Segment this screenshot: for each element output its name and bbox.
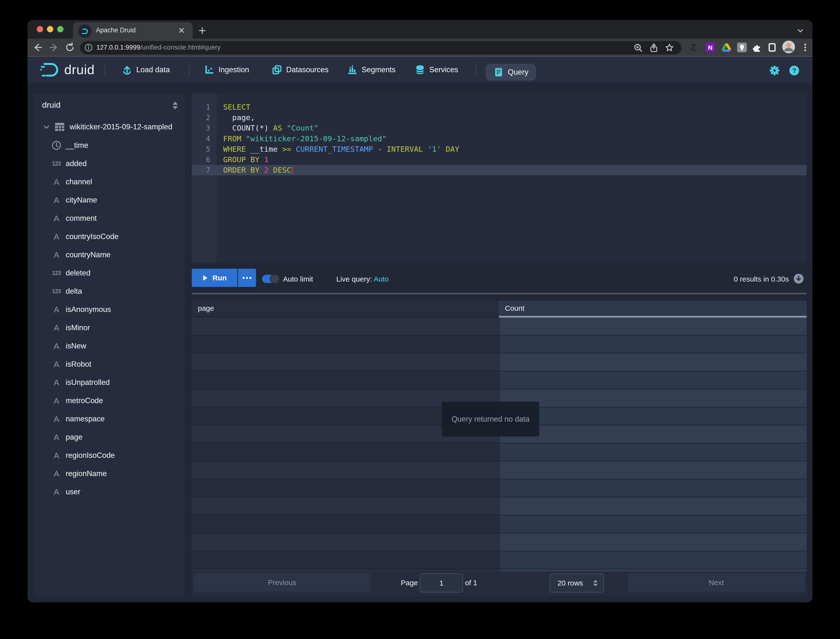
browser-window: Apache Druid 127.0.0.1:9999/unified-cons… (27, 20, 813, 602)
download-results-icon[interactable] (794, 274, 803, 283)
field-item-channel[interactable]: Achannel (50, 176, 92, 188)
toggle-knob (270, 274, 280, 284)
field-item-isMinor[interactable]: AisMinor (50, 322, 90, 334)
nav-item-segments[interactable]: Segments (347, 57, 396, 83)
minimize-window-button[interactable] (47, 26, 53, 32)
field-item-deleted[interactable]: 123deleted (50, 267, 91, 279)
string-icon: A (50, 176, 63, 188)
datasources-icon (272, 64, 282, 75)
sort-icon[interactable] (172, 101, 179, 110)
load-data-icon (122, 64, 132, 75)
browser-tab[interactable]: Apache Druid (73, 22, 193, 39)
datasource-item[interactable]: wikiticker-2015-09-12-sampled (43, 121, 172, 133)
table-row (192, 534, 807, 552)
number-icon: 123 (50, 158, 63, 170)
help-icon[interactable]: ? (789, 65, 799, 76)
previous-page-button[interactable]: Previous (193, 573, 371, 591)
tab-search-chevron-icon[interactable] (797, 27, 804, 35)
chevron-down-icon[interactable] (43, 123, 50, 130)
browser-tab-strip: Apache Druid (27, 20, 813, 39)
new-tab-button[interactable] (198, 27, 206, 35)
code-line-3: 3 COUNT(*) AS "Count" (192, 123, 807, 133)
field-item-user[interactable]: Auser (50, 486, 80, 498)
nav-item-load-data[interactable]: Load data (122, 57, 170, 83)
back-button[interactable] (32, 42, 43, 53)
segments-icon (347, 64, 358, 75)
string-icon: A (50, 377, 63, 388)
sort-indicator (499, 316, 807, 318)
page-label: Page (401, 579, 418, 587)
field-item-metroCode[interactable]: AmetroCode (50, 395, 103, 407)
string-icon: A (50, 431, 63, 443)
field-item-isNew[interactable]: AisNew (50, 340, 86, 352)
string-icon: A (50, 231, 63, 242)
results-table: page Count Query returned no data (192, 300, 807, 571)
brand-name[interactable]: druid (64, 62, 95, 77)
extension-drive-icon[interactable] (721, 42, 732, 53)
zoom-window-button[interactable] (57, 26, 64, 32)
query-editor[interactable]: 1SELECT2 page,3 COUNT(*) AS "Count"4FROM… (192, 93, 807, 262)
field-item-namespace[interactable]: Anamespace (50, 413, 105, 425)
string-icon: A (50, 249, 63, 261)
app-header: druid Load dataIngestionDatasourcesSegme… (27, 57, 813, 83)
more-options-button[interactable] (238, 269, 256, 287)
field-item-delta[interactable]: 123delta (50, 286, 82, 297)
browser-menu-icon[interactable] (800, 42, 810, 53)
tab-close-icon[interactable] (178, 27, 185, 34)
code-line-2: 2 page, (192, 112, 807, 123)
zoom-page-icon[interactable] (633, 43, 643, 53)
field-item-regionName[interactable]: AregionName (50, 468, 107, 480)
field-item-regionIsoCode[interactable]: AregionIsoCode (50, 450, 115, 461)
live-query-value[interactable]: Auto (373, 275, 389, 283)
address-bar[interactable]: 127.0.0.1:9999/unified-console.html#quer… (80, 41, 681, 54)
field-item-cityName[interactable]: AcityName (50, 194, 97, 206)
nav-item-services[interactable]: Services (414, 57, 458, 83)
column-header-page[interactable]: page (192, 300, 499, 316)
page-number-input[interactable]: 1 (420, 573, 463, 593)
string-icon: A (50, 413, 63, 425)
field-item-isAnonymous[interactable]: AisAnonymous (50, 304, 111, 315)
line-number: 7 (192, 165, 210, 175)
nav-item-datasources[interactable]: Datasources (272, 57, 328, 83)
svg-text:?: ? (792, 67, 796, 75)
empty-results-message: Query returned no data (442, 402, 539, 436)
extension-onenote-icon[interactable]: N (705, 42, 716, 53)
select-caret-icon (593, 579, 598, 587)
share-icon[interactable] (649, 43, 659, 53)
side-panel-icon[interactable] (767, 42, 778, 53)
field-item-isUnpatrolled[interactable]: AisUnpatrolled (50, 377, 110, 388)
field-item-isRobot[interactable]: AisRobot (50, 358, 91, 370)
panel-splitter[interactable] (192, 293, 807, 294)
close-window-button[interactable] (37, 26, 43, 32)
services-icon (414, 64, 426, 75)
forward-button[interactable] (48, 42, 59, 53)
field-item-added[interactable]: 123added (50, 158, 87, 170)
extensions-puzzle-icon[interactable] (752, 42, 762, 53)
run-button[interactable]: Run (192, 269, 237, 287)
field-item-countryIsoCode[interactable]: AcountryIsoCode (50, 231, 118, 242)
nav-item-ingestion[interactable]: Ingestion (204, 57, 249, 83)
field-item-comment[interactable]: Acomment (50, 213, 97, 224)
number-icon: 123 (50, 286, 63, 297)
extension-lightbulb-icon[interactable] (736, 42, 747, 53)
reload-button[interactable] (64, 42, 75, 53)
tab-title: Apache Druid (96, 27, 136, 34)
line-number: 4 (192, 134, 210, 144)
site-info-icon[interactable] (84, 43, 93, 52)
field-item-countryName[interactable]: AcountryName (50, 249, 110, 261)
nav-item-query[interactable]: Query (485, 64, 536, 81)
bookmark-star-icon[interactable] (665, 43, 674, 53)
column-header-count[interactable]: Count (499, 300, 807, 316)
query-icon (493, 67, 504, 78)
next-page-button[interactable]: Next (628, 573, 805, 591)
field-item-__time[interactable]: __time (50, 140, 88, 151)
auto-limit-toggle[interactable] (262, 275, 279, 283)
profile-avatar[interactable] (782, 41, 795, 53)
field-item-page[interactable]: Apage (50, 431, 83, 443)
druid-logo-icon[interactable] (40, 60, 62, 79)
extension-z-icon[interactable]: Z (688, 42, 699, 53)
line-number: 1 (192, 102, 210, 112)
settings-gear-icon[interactable] (770, 65, 779, 76)
results-summary: 0 results in 0.30s (734, 275, 789, 283)
page-size-select[interactable]: 20 rows (550, 573, 604, 593)
